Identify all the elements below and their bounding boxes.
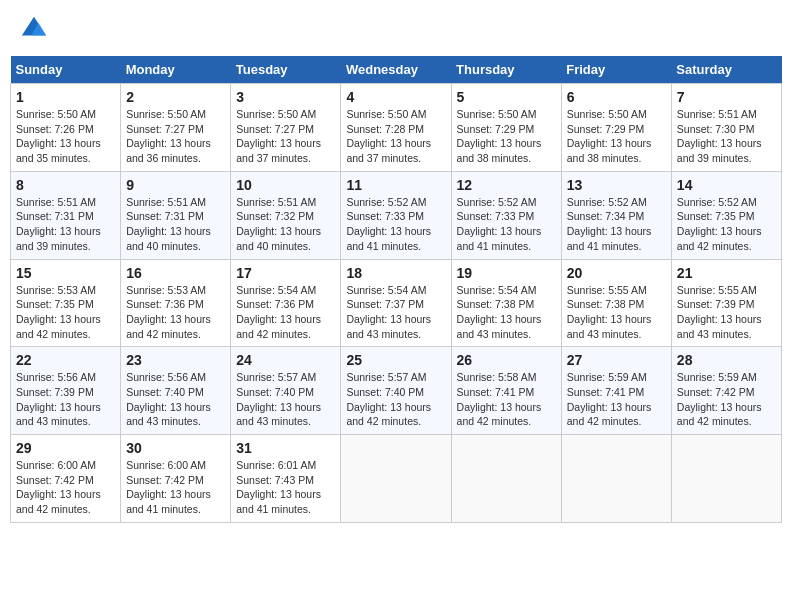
day-number: 6 (567, 89, 666, 105)
calendar-day: 28Sunrise: 5:59 AM Sunset: 7:42 PM Dayli… (671, 347, 781, 435)
day-info: Sunrise: 5:53 AM Sunset: 7:35 PM Dayligh… (16, 283, 115, 342)
day-number: 21 (677, 265, 776, 281)
logo (20, 15, 52, 43)
day-info: Sunrise: 5:55 AM Sunset: 7:38 PM Dayligh… (567, 283, 666, 342)
day-number: 29 (16, 440, 115, 456)
day-number: 14 (677, 177, 776, 193)
day-number: 12 (457, 177, 556, 193)
calendar-day: 11Sunrise: 5:52 AM Sunset: 7:33 PM Dayli… (341, 171, 451, 259)
day-number: 23 (126, 352, 225, 368)
day-number: 11 (346, 177, 445, 193)
day-number: 20 (567, 265, 666, 281)
day-info: Sunrise: 5:56 AM Sunset: 7:39 PM Dayligh… (16, 370, 115, 429)
calendar-day: 24Sunrise: 5:57 AM Sunset: 7:40 PM Dayli… (231, 347, 341, 435)
calendar-week-1: 1Sunrise: 5:50 AM Sunset: 7:26 PM Daylig… (11, 84, 782, 172)
day-number: 4 (346, 89, 445, 105)
day-info: Sunrise: 6:01 AM Sunset: 7:43 PM Dayligh… (236, 458, 335, 517)
calendar-day: 17Sunrise: 5:54 AM Sunset: 7:36 PM Dayli… (231, 259, 341, 347)
day-number: 10 (236, 177, 335, 193)
day-header-monday: Monday (121, 56, 231, 84)
calendar-day: 12Sunrise: 5:52 AM Sunset: 7:33 PM Dayli… (451, 171, 561, 259)
calendar-day: 29Sunrise: 6:00 AM Sunset: 7:42 PM Dayli… (11, 435, 121, 523)
calendar-day: 13Sunrise: 5:52 AM Sunset: 7:34 PM Dayli… (561, 171, 671, 259)
day-info: Sunrise: 5:52 AM Sunset: 7:33 PM Dayligh… (457, 195, 556, 254)
day-info: Sunrise: 6:00 AM Sunset: 7:42 PM Dayligh… (126, 458, 225, 517)
calendar-day (671, 435, 781, 523)
day-info: Sunrise: 5:56 AM Sunset: 7:40 PM Dayligh… (126, 370, 225, 429)
calendar-day: 7Sunrise: 5:51 AM Sunset: 7:30 PM Daylig… (671, 84, 781, 172)
calendar-day: 6Sunrise: 5:50 AM Sunset: 7:29 PM Daylig… (561, 84, 671, 172)
day-number: 2 (126, 89, 225, 105)
calendar-week-4: 22Sunrise: 5:56 AM Sunset: 7:39 PM Dayli… (11, 347, 782, 435)
calendar-day: 20Sunrise: 5:55 AM Sunset: 7:38 PM Dayli… (561, 259, 671, 347)
day-header-friday: Friday (561, 56, 671, 84)
calendar-day: 9Sunrise: 5:51 AM Sunset: 7:31 PM Daylig… (121, 171, 231, 259)
day-info: Sunrise: 5:52 AM Sunset: 7:35 PM Dayligh… (677, 195, 776, 254)
day-info: Sunrise: 5:54 AM Sunset: 7:38 PM Dayligh… (457, 283, 556, 342)
day-number: 31 (236, 440, 335, 456)
calendar-week-5: 29Sunrise: 6:00 AM Sunset: 7:42 PM Dayli… (11, 435, 782, 523)
day-number: 8 (16, 177, 115, 193)
day-info: Sunrise: 5:50 AM Sunset: 7:28 PM Dayligh… (346, 107, 445, 166)
calendar-day: 21Sunrise: 5:55 AM Sunset: 7:39 PM Dayli… (671, 259, 781, 347)
calendar-day (341, 435, 451, 523)
day-info: Sunrise: 5:59 AM Sunset: 7:42 PM Dayligh… (677, 370, 776, 429)
day-number: 26 (457, 352, 556, 368)
header-row: SundayMondayTuesdayWednesdayThursdayFrid… (11, 56, 782, 84)
day-header-tuesday: Tuesday (231, 56, 341, 84)
calendar-day: 1Sunrise: 5:50 AM Sunset: 7:26 PM Daylig… (11, 84, 121, 172)
day-number: 27 (567, 352, 666, 368)
calendar-day: 19Sunrise: 5:54 AM Sunset: 7:38 PM Dayli… (451, 259, 561, 347)
calendar-day: 16Sunrise: 5:53 AM Sunset: 7:36 PM Dayli… (121, 259, 231, 347)
calendar-day: 31Sunrise: 6:01 AM Sunset: 7:43 PM Dayli… (231, 435, 341, 523)
day-info: Sunrise: 5:50 AM Sunset: 7:29 PM Dayligh… (567, 107, 666, 166)
calendar-day: 30Sunrise: 6:00 AM Sunset: 7:42 PM Dayli… (121, 435, 231, 523)
day-number: 28 (677, 352, 776, 368)
calendar-day: 5Sunrise: 5:50 AM Sunset: 7:29 PM Daylig… (451, 84, 561, 172)
calendar-day: 27Sunrise: 5:59 AM Sunset: 7:41 PM Dayli… (561, 347, 671, 435)
calendar-day: 8Sunrise: 5:51 AM Sunset: 7:31 PM Daylig… (11, 171, 121, 259)
day-info: Sunrise: 6:00 AM Sunset: 7:42 PM Dayligh… (16, 458, 115, 517)
day-number: 15 (16, 265, 115, 281)
day-number: 17 (236, 265, 335, 281)
day-header-saturday: Saturday (671, 56, 781, 84)
day-number: 22 (16, 352, 115, 368)
day-header-wednesday: Wednesday (341, 56, 451, 84)
calendar-day: 10Sunrise: 5:51 AM Sunset: 7:32 PM Dayli… (231, 171, 341, 259)
calendar-day: 26Sunrise: 5:58 AM Sunset: 7:41 PM Dayli… (451, 347, 561, 435)
day-info: Sunrise: 5:52 AM Sunset: 7:34 PM Dayligh… (567, 195, 666, 254)
calendar-day (561, 435, 671, 523)
day-info: Sunrise: 5:51 AM Sunset: 7:31 PM Dayligh… (126, 195, 225, 254)
day-info: Sunrise: 5:54 AM Sunset: 7:37 PM Dayligh… (346, 283, 445, 342)
calendar-day: 25Sunrise: 5:57 AM Sunset: 7:40 PM Dayli… (341, 347, 451, 435)
calendar-day: 2Sunrise: 5:50 AM Sunset: 7:27 PM Daylig… (121, 84, 231, 172)
calendar-day: 4Sunrise: 5:50 AM Sunset: 7:28 PM Daylig… (341, 84, 451, 172)
day-info: Sunrise: 5:54 AM Sunset: 7:36 PM Dayligh… (236, 283, 335, 342)
page-header (10, 10, 782, 48)
day-info: Sunrise: 5:53 AM Sunset: 7:36 PM Dayligh… (126, 283, 225, 342)
day-info: Sunrise: 5:57 AM Sunset: 7:40 PM Dayligh… (236, 370, 335, 429)
calendar-day: 22Sunrise: 5:56 AM Sunset: 7:39 PM Dayli… (11, 347, 121, 435)
day-info: Sunrise: 5:50 AM Sunset: 7:29 PM Dayligh… (457, 107, 556, 166)
day-number: 30 (126, 440, 225, 456)
calendar-day: 14Sunrise: 5:52 AM Sunset: 7:35 PM Dayli… (671, 171, 781, 259)
day-number: 7 (677, 89, 776, 105)
calendar-day (451, 435, 561, 523)
day-number: 13 (567, 177, 666, 193)
day-number: 9 (126, 177, 225, 193)
day-number: 19 (457, 265, 556, 281)
day-info: Sunrise: 5:51 AM Sunset: 7:32 PM Dayligh… (236, 195, 335, 254)
day-info: Sunrise: 5:50 AM Sunset: 7:27 PM Dayligh… (126, 107, 225, 166)
calendar-day: 23Sunrise: 5:56 AM Sunset: 7:40 PM Dayli… (121, 347, 231, 435)
day-number: 25 (346, 352, 445, 368)
logo-icon (20, 15, 48, 43)
day-info: Sunrise: 5:52 AM Sunset: 7:33 PM Dayligh… (346, 195, 445, 254)
day-info: Sunrise: 5:51 AM Sunset: 7:31 PM Dayligh… (16, 195, 115, 254)
day-number: 5 (457, 89, 556, 105)
day-number: 3 (236, 89, 335, 105)
calendar-week-2: 8Sunrise: 5:51 AM Sunset: 7:31 PM Daylig… (11, 171, 782, 259)
day-info: Sunrise: 5:55 AM Sunset: 7:39 PM Dayligh… (677, 283, 776, 342)
calendar-day: 3Sunrise: 5:50 AM Sunset: 7:27 PM Daylig… (231, 84, 341, 172)
day-info: Sunrise: 5:58 AM Sunset: 7:41 PM Dayligh… (457, 370, 556, 429)
calendar-table: SundayMondayTuesdayWednesdayThursdayFrid… (10, 56, 782, 523)
